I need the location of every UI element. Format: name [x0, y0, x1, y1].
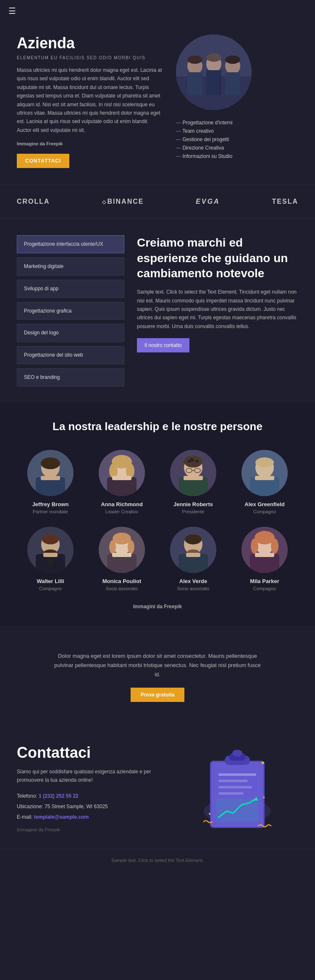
hero-image [176, 34, 252, 110]
team-role-alex-v: Socio associato [177, 586, 209, 591]
list-item: Progettazione d'interni [176, 118, 232, 127]
team-credit: Immagini da Freepik [17, 604, 298, 610]
avatar-alex-v [170, 527, 216, 573]
services-contact-button[interactable]: Il nostro contatto [137, 338, 189, 352]
svg-text:✦: ✦ [262, 796, 265, 799]
team-role-anna: Leader Creativo [105, 509, 138, 514]
svg-rect-54 [112, 553, 131, 557]
service-btn-ux[interactable]: Progettazione interfaccia utente/UX [17, 235, 124, 253]
avatar-anna [99, 450, 145, 496]
svg-point-27 [184, 456, 202, 468]
svg-point-38 [255, 457, 274, 468]
avatar-alex-g [242, 450, 288, 496]
team-member-mila: Mila Parker Compagno [231, 527, 298, 591]
brands-section: CROLLA ◇BINANCE EVGA TESLA [0, 185, 315, 218]
list-item: Direzione Creativa [176, 144, 232, 152]
brand-binance: ◇BINANCE [102, 198, 144, 205]
team-name-monica: Monica Pouliot [102, 578, 141, 584]
svg-rect-77 [218, 792, 244, 795]
team-member-jeffrey: Jeffrey Brown Partner mondiale [17, 450, 84, 514]
contact-title: Contattaci [17, 744, 163, 762]
svg-rect-29 [188, 460, 191, 462]
svg-rect-74 [218, 773, 256, 776]
cta-section: Dolor magna eget est lorem ipsum dolor s… [0, 626, 315, 727]
svg-point-15 [41, 457, 60, 469]
contact-address: Ubicazione: 75 Street Sample, WI 63025 [17, 803, 163, 811]
team-role-jennie: Presidente [182, 509, 205, 514]
team-name-alex-g: Alex Greenfield [244, 501, 284, 507]
svg-rect-60 [186, 553, 200, 557]
team-member-anna: Anna Richmond Leader Creativo [88, 450, 155, 514]
team-member-jennie: Jennie Roberts Presidente [160, 450, 227, 514]
binance-icon: ◇ [102, 199, 107, 205]
services-menu: Progettazione interfaccia utente/UX Mark… [17, 235, 124, 386]
team-member-alex-v: Alex Verde Socio associato [160, 527, 227, 591]
navigation: ☰ [0, 0, 315, 22]
service-btn-grafica[interactable]: Progettazione grafica [17, 302, 124, 320]
svg-rect-30 [195, 460, 199, 462]
service-btn-logo[interactable]: Design del logo [17, 324, 124, 342]
service-btn-marketing[interactable]: Marketing digitale [17, 257, 124, 276]
team-grid-row2: Walter Lilli Compagno Monica Pouliot Soc… [17, 527, 298, 591]
svg-point-73 [232, 750, 242, 757]
service-btn-app[interactable]: Sviluppo di app [17, 280, 124, 298]
contact-email: E-mail: template@sample.com [17, 813, 163, 821]
leadership-title: La nostra leadership e le nostre persone [17, 420, 298, 433]
services-section: Progettazione interfaccia utente/UX Mark… [0, 218, 315, 403]
team-name-alex-v: Alex Verde [179, 578, 207, 584]
svg-rect-24 [112, 476, 131, 480]
address-value: 75 Street Sample, WI 63025 [45, 804, 108, 809]
avatar-jeffrey [27, 450, 74, 496]
avatar-jennie [170, 450, 216, 496]
team-name-jennie: Jennie Roberts [173, 501, 213, 507]
footer-text: Sample text. Click to select the Text El… [17, 858, 298, 863]
svg-text:✦: ✦ [260, 760, 265, 766]
team-name-walter: Walter Lilli [37, 578, 64, 584]
team-grid-row1: Jeffrey Brown Partner mondiale Anna Rich… [17, 450, 298, 514]
team-role-alex-g: Compagno [253, 509, 276, 514]
team-name-anna: Anna Richmond [101, 501, 143, 507]
svg-point-64 [251, 539, 258, 554]
hero-description: Massa ultricies mi quis hendrerit dolor … [17, 66, 163, 134]
clipboard-svg: ✦ ✦ ✦ [195, 744, 279, 836]
list-item: Team creativo [176, 127, 232, 135]
email-link[interactable]: template@sample.com [34, 814, 89, 820]
team-member-walter: Walter Lilli Compagno [17, 527, 84, 591]
brand-evga: EVGA [196, 198, 220, 205]
service-btn-web[interactable]: Progettazione del sito web [17, 346, 124, 364]
svg-point-52 [128, 540, 134, 554]
team-role-mila: Compagno [253, 586, 276, 591]
services-description: Sample text. Click to select the Text El… [137, 288, 298, 331]
contact-section: Contattaci Siamo qui per soddisfare qual… [0, 727, 315, 849]
contact-description: Siamo qui per soddisfare qualsiasi esige… [17, 767, 163, 785]
team-role-jeffrey: Partner mondiale [33, 509, 68, 514]
svg-rect-47 [48, 557, 52, 565]
hero-subtitle: ELEMENTUM EU FACILISIS SED ODIO MORBI QU… [17, 55, 163, 60]
svg-rect-76 [218, 786, 252, 788]
svg-point-43 [42, 534, 59, 544]
prova-button[interactable]: Prova gratuita [131, 688, 185, 702]
cta-description: Dolor magna eget est lorem ipsum dolor s… [52, 652, 262, 679]
contact-illustration: ✦ ✦ ✦ [176, 744, 298, 836]
service-btn-seo[interactable]: SEO e branding [17, 368, 124, 386]
svg-rect-17 [41, 476, 60, 480]
svg-rect-32 [184, 476, 203, 480]
avatar-mila [242, 527, 288, 573]
team-member-monica: Monica Pouliot Socio associato [88, 527, 155, 591]
brand-tesla: TESLA [272, 198, 298, 205]
contact-credit: Immagine da Freepik [17, 827, 163, 832]
hero-list: Progettazione d'interni Team creativo Ge… [176, 118, 232, 160]
hero-content: Azienda ELEMENTUM EU FACILISIS SED ODIO … [17, 34, 163, 168]
contattaci-button[interactable]: CONTATTACI [17, 154, 69, 168]
contact-content: Contattaci Siamo qui per soddisfare qual… [17, 744, 163, 832]
team-role-walter: Compagno [39, 586, 62, 591]
team-name-mila: Mila Parker [250, 578, 279, 584]
svg-rect-46 [43, 553, 58, 557]
team-member-alex-g: Alex Greenfield Compagno [231, 450, 298, 514]
svg-rect-67 [255, 553, 274, 557]
hamburger-icon[interactable]: ☰ [8, 6, 16, 16]
services-content: Creiamo marchi ed esperienze che guidano… [137, 235, 298, 386]
brand-crolla: CROLLA [17, 198, 50, 205]
hero-visual: Progettazione d'interni Team creativo Ge… [176, 34, 298, 160]
hero-section: Azienda ELEMENTUM EU FACILISIS SED ODIO … [0, 22, 315, 185]
